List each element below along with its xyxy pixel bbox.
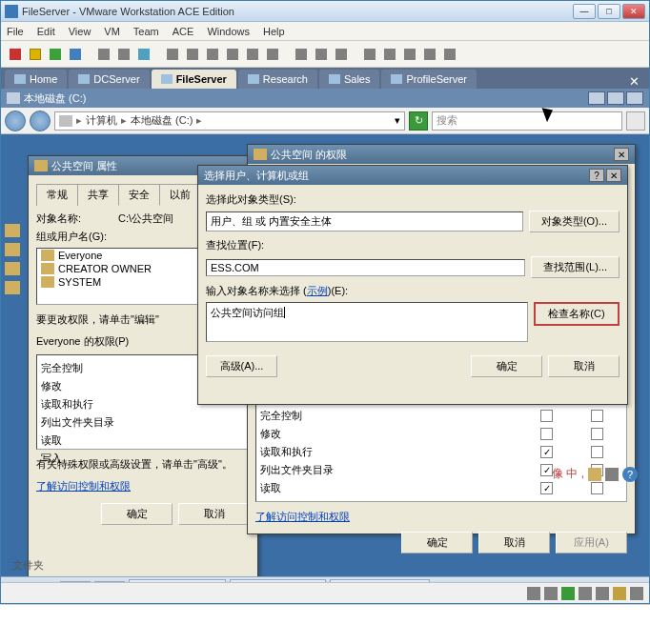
tb-icon[interactable] — [264, 46, 281, 63]
learn-link[interactable]: 了解访问控制和权限 — [36, 479, 250, 493]
close-icon[interactable]: ✕ — [606, 169, 621, 182]
help-icon[interactable]: ? — [589, 169, 604, 182]
snapshot-icon[interactable] — [95, 46, 112, 63]
device-icon[interactable] — [579, 587, 592, 600]
tb-icon[interactable] — [184, 46, 201, 63]
cancel-button[interactable]: 取消 — [478, 532, 550, 553]
tb-icon[interactable] — [441, 46, 458, 63]
explorer-min-button[interactable] — [588, 91, 605, 105]
folder-icon[interactable] — [5, 262, 20, 275]
revert-icon[interactable] — [115, 46, 132, 63]
breadcrumb[interactable]: 本地磁盘 (C:) — [131, 113, 193, 128]
folder-icon[interactable] — [5, 224, 20, 237]
breadcrumb[interactable]: 计算机 — [86, 113, 117, 128]
ime-status: 像 中 , ? — [552, 466, 638, 482]
folder-icon[interactable] — [5, 243, 20, 256]
maximize-button[interactable]: □ — [598, 4, 620, 19]
tab-security[interactable]: 安全 — [118, 184, 160, 206]
device-icon[interactable] — [613, 587, 626, 600]
device-icon[interactable] — [630, 587, 643, 600]
device-icon[interactable] — [596, 587, 609, 600]
tb-icon[interactable] — [313, 46, 330, 63]
deny-checkbox[interactable] — [591, 446, 603, 458]
menu-windows[interactable]: Windows — [207, 26, 250, 37]
ime-icon[interactable] — [588, 468, 601, 481]
apply-button[interactable]: 应用(A) — [556, 532, 627, 553]
reset-icon[interactable] — [67, 46, 84, 63]
explorer-close-button[interactable] — [626, 91, 643, 105]
tab-fileserver[interactable]: FileServer — [152, 70, 236, 89]
learn-link[interactable]: 了解访问控制和权限 — [255, 510, 627, 524]
tab-home[interactable]: Home — [5, 70, 67, 89]
deny-checkbox[interactable] — [591, 482, 603, 494]
search-input[interactable]: 搜索 — [432, 111, 622, 131]
tb-icon[interactable] — [293, 46, 310, 63]
ok-button[interactable]: 确定 — [471, 355, 542, 377]
example-link[interactable]: 示例 — [307, 285, 328, 296]
dropdown-icon[interactable]: ▾ — [395, 114, 400, 127]
tb-icon[interactable] — [401, 46, 418, 63]
menu-help[interactable]: Help — [263, 26, 285, 37]
deny-checkbox[interactable] — [591, 428, 603, 440]
locations-button[interactable]: 查找范围(L)... — [531, 256, 620, 278]
advanced-button[interactable]: 高级(A)... — [206, 355, 277, 377]
object-name-input[interactable]: 公共空间访问组 — [206, 302, 528, 342]
allow-checkbox[interactable] — [540, 446, 553, 458]
device-icon[interactable] — [527, 587, 540, 600]
allow-checkbox[interactable] — [540, 410, 553, 422]
search-button[interactable] — [626, 111, 645, 131]
pause-icon[interactable] — [27, 46, 44, 63]
cancel-button[interactable]: 取消 — [178, 503, 250, 525]
refresh-button[interactable]: ↻ — [409, 111, 428, 131]
check-names-button[interactable]: 检查名称(C) — [534, 302, 620, 326]
menu-team[interactable]: Team — [133, 26, 159, 37]
ime-icon[interactable] — [605, 468, 619, 481]
ok-button[interactable]: 确定 — [401, 532, 473, 553]
tb-icon[interactable] — [204, 46, 221, 63]
manage-icon[interactable] — [135, 46, 152, 63]
tab-sales[interactable]: Sales — [319, 70, 380, 89]
tb-icon[interactable] — [381, 46, 398, 63]
tab-profileserver[interactable]: ProfileServer — [381, 70, 477, 89]
forward-button[interactable] — [30, 111, 51, 131]
tb-icon[interactable] — [164, 46, 181, 63]
tb-icon[interactable] — [361, 46, 378, 63]
menu-edit[interactable]: Edit — [37, 26, 55, 37]
tab-previous[interactable]: 以前 — [159, 184, 201, 206]
tb-icon[interactable] — [244, 46, 261, 63]
device-icon[interactable] — [544, 587, 558, 600]
select-users-titlebar[interactable]: 选择用户、计算机或组 ? ✕ — [198, 166, 627, 185]
home-icon — [14, 74, 26, 84]
allow-checkbox[interactable] — [540, 482, 553, 494]
stop-icon[interactable] — [7, 46, 24, 63]
tab-sharing[interactable]: 共享 — [77, 184, 119, 206]
explorer-titlebar: 本地磁盘 (C:) — [1, 89, 649, 108]
menu-file[interactable]: File — [7, 26, 24, 37]
explorer-max-button[interactable] — [607, 91, 624, 105]
tab-research[interactable]: Research — [238, 70, 317, 89]
tab-close-icon[interactable]: ✕ — [623, 74, 645, 89]
permissions-titlebar[interactable]: 公共空间 的权限 ✕ — [248, 145, 635, 164]
play-icon[interactable] — [47, 46, 64, 63]
object-types-button[interactable]: 对象类型(O)... — [529, 211, 620, 232]
allow-checkbox[interactable] — [540, 428, 553, 440]
menu-vm[interactable]: VM — [104, 26, 120, 37]
tb-icon[interactable] — [421, 46, 438, 63]
close-button[interactable]: ✕ — [622, 4, 645, 19]
ok-button[interactable]: 确定 — [101, 503, 173, 525]
menu-ace[interactable]: ACE — [173, 26, 194, 37]
address-bar[interactable]: ▸ 计算机 ▸ 本地磁盘 (C:) ▸ ▾ — [54, 111, 405, 131]
menu-view[interactable]: View — [69, 26, 91, 37]
deny-checkbox[interactable] — [591, 410, 603, 422]
tab-dcserver[interactable]: DCServer — [69, 70, 149, 89]
cancel-button[interactable]: 取消 — [548, 355, 620, 377]
tb-icon[interactable] — [333, 46, 350, 63]
close-icon[interactable]: ✕ — [614, 148, 629, 161]
back-button[interactable] — [5, 111, 26, 131]
folder-icon[interactable] — [5, 281, 20, 294]
tb-icon[interactable] — [224, 46, 241, 63]
device-icon[interactable] — [561, 587, 575, 600]
help-icon[interactable]: ? — [622, 467, 638, 482]
minimize-button[interactable]: — — [573, 4, 596, 19]
tab-general[interactable]: 常规 — [36, 184, 78, 206]
